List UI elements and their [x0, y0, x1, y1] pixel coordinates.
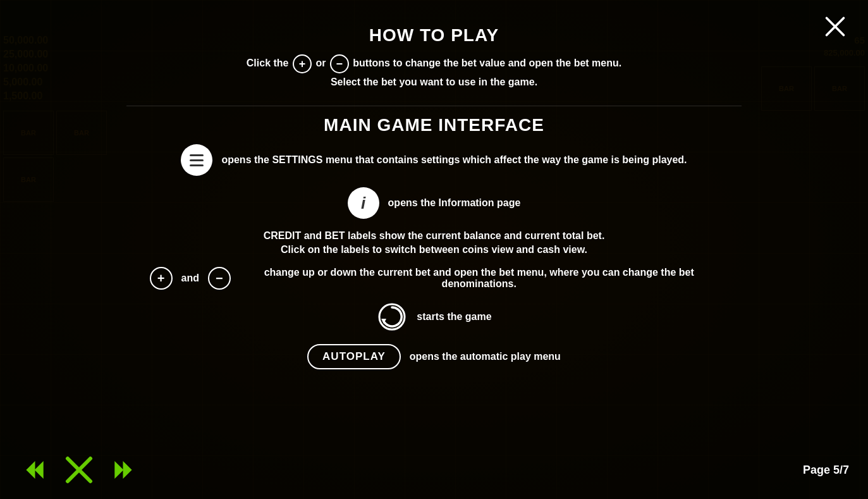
plus-circle-icon: +	[150, 267, 173, 290]
bet-change-text: change up or down the current bet and op…	[240, 267, 719, 290]
select-bet-text: Select the bet you want to use in the ga…	[331, 77, 537, 87]
credit-bet-row: CREDIT and BET labels show the current b…	[264, 230, 605, 256]
minus-circle-icon: −	[208, 267, 231, 290]
plus-icon: +	[293, 54, 312, 73]
or-label: or	[315, 58, 326, 68]
hamburger-line-2	[190, 159, 204, 161]
info-icon: i	[348, 187, 379, 219]
and-label: and	[181, 273, 199, 284]
credit-text: CREDIT and BET labels show the current b…	[264, 230, 605, 242]
autoplay-row: AUTOPLAY opens the automatic play menu	[307, 344, 561, 369]
hamburger-line-3	[190, 164, 204, 166]
bet-change-row: + and − change up or down the current be…	[150, 267, 719, 290]
content-panel: HOW TO PLAY Click the + or − buttons to …	[0, 0, 868, 499]
bottom-bar: Page 5/7	[0, 453, 868, 486]
svg-marker-8	[114, 461, 123, 479]
autoplay-button[interactable]: AUTOPLAY	[307, 344, 401, 369]
spin-text: starts the game	[417, 311, 491, 323]
svg-marker-4	[35, 461, 44, 479]
divider-1	[126, 106, 742, 106]
close-button[interactable]	[821, 13, 849, 40]
info-row: i opens the Information page	[348, 187, 521, 219]
nav-buttons	[19, 453, 139, 486]
credit-text2: Click on the labels to switch between co…	[281, 244, 587, 256]
hamburger-line-1	[190, 154, 204, 156]
click-the-label: Click the	[247, 58, 289, 68]
minus-icon: −	[330, 54, 349, 73]
nav-close-button[interactable]	[61, 453, 97, 486]
settings-row: opens the SETTINGS menu that contains se…	[181, 144, 687, 176]
settings-text: opens the SETTINGS menu that contains se…	[221, 154, 687, 166]
next-button[interactable]	[102, 453, 139, 486]
prev-button[interactable]	[19, 453, 56, 486]
autoplay-label: AUTOPLAY	[322, 350, 386, 363]
spin-row: starts the game	[376, 301, 491, 333]
svg-marker-5	[26, 461, 35, 479]
how-to-play-text: Click the + or − buttons to change the b…	[247, 54, 621, 90]
autoplay-text: opens the automatic play menu	[410, 351, 561, 362]
info-text: opens the Information page	[388, 197, 521, 209]
buttons-description: buttons to change the bet value and open…	[353, 58, 621, 68]
page-indicator: Page 5/7	[803, 464, 849, 477]
main-game-title: MAIN GAME INTERFACE	[324, 115, 544, 135]
spin-icon	[376, 301, 408, 333]
how-to-play-title: HOW TO PLAY	[369, 25, 499, 46]
svg-marker-9	[123, 461, 132, 479]
hamburger-icon	[181, 144, 212, 176]
main-game-section: opens the SETTINGS menu that contains se…	[126, 144, 742, 369]
